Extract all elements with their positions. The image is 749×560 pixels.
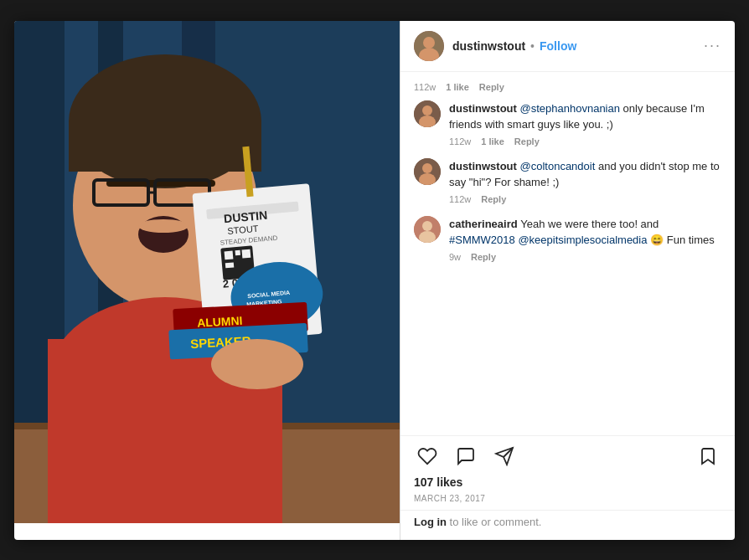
svg-rect-27: [225, 250, 234, 259]
comments-area: 112w 1 like Reply dustinwstout @stepha: [400, 72, 735, 435]
bookmark-button[interactable]: [695, 443, 721, 472]
comment-row: dustinwstout @stephanhovnanian only beca…: [414, 100, 721, 146]
comment-username: dustinwstout: [449, 102, 520, 115]
instagram-card: DUSTIN STOUT STEADY DEMAND 2 0 1 7 SOCIA…: [14, 21, 735, 540]
svg-point-49: [422, 163, 432, 173]
comment-meta: 112w 1 like Reply: [449, 136, 721, 146]
comment-time: 112w: [414, 82, 436, 92]
comment-text: dustinwstout @coltoncandoit and you didn…: [449, 158, 721, 191]
comment-mention: @keepitsimplesocialmedia: [518, 234, 647, 246]
comment-row: catherineaird Yeah we were there too! an…: [414, 216, 721, 262]
comment-time: 112w: [449, 136, 471, 146]
post-header: dustinwstout • Follow ···: [400, 21, 735, 72]
comment-mention: @stephanhovnanian: [520, 102, 620, 115]
comment-username: dustinwstout: [449, 160, 520, 172]
comment-avatar: [414, 216, 441, 243]
comment-likes: 1 like: [481, 136, 504, 146]
author-username: dustinwstout: [452, 39, 525, 53]
right-side: dustinwstout • Follow ··· 112w 1 like Re…: [400, 21, 735, 540]
more-options-button[interactable]: ···: [704, 37, 721, 54]
comment-time: 9w: [449, 252, 461, 262]
share-button[interactable]: [491, 443, 518, 472]
comment-avatar: [414, 158, 441, 185]
header-info: dustinwstout • Follow: [452, 39, 704, 53]
post-date: MARCH 23, 2017: [400, 492, 735, 510]
comment-row: dustinwstout @coltoncandoit and you didn…: [414, 158, 721, 204]
comment-hashtag: #SMMW2018: [449, 234, 515, 246]
comment-button[interactable]: [452, 443, 479, 472]
comment-body: dustinwstout @stephanhovnanian only beca…: [449, 100, 721, 146]
actions-row: [400, 436, 735, 475]
svg-rect-11: [69, 121, 261, 172]
log-in-suffix: to like or comment.: [447, 516, 541, 528]
comment-text: catherineaird Yeah we were there too! an…: [449, 216, 721, 249]
reply-button[interactable]: Reply: [514, 136, 540, 146]
reply-button[interactable]: Reply: [481, 194, 506, 204]
comment-likes: 1 like: [446, 82, 469, 92]
dot-separator: •: [530, 39, 535, 53]
post-author-avatar: [414, 31, 444, 61]
svg-point-41: [211, 339, 303, 389]
log-in-link[interactable]: Log in: [414, 516, 447, 528]
photo-side: DUSTIN STOUT STEADY DEMAND 2 0 1 7 SOCIA…: [14, 21, 400, 540]
comment-username: catherineaird: [449, 218, 520, 230]
svg-rect-28: [225, 262, 234, 268]
svg-rect-29: [235, 249, 241, 255]
svg-rect-30: [241, 249, 251, 258]
comment-body: dustinwstout @coltoncandoit and you didn…: [449, 158, 721, 204]
svg-point-46: [422, 105, 432, 116]
comment-meta: 9w Reply: [449, 252, 721, 262]
reply-button[interactable]: Reply: [479, 82, 504, 92]
comment-row: 112w 1 like Reply: [414, 82, 721, 92]
reply-button[interactable]: Reply: [471, 252, 496, 262]
comment-time: 112w: [449, 194, 471, 204]
comment-meta: 112w Reply: [449, 194, 721, 204]
likes-count: 107 likes: [400, 475, 735, 492]
comment-body: catherineaird Yeah we were there too! an…: [449, 216, 721, 262]
svg-point-52: [422, 221, 432, 231]
svg-point-17: [138, 219, 189, 233]
svg-point-43: [423, 37, 435, 49]
comment-text: dustinwstout @stephanhovnanian only beca…: [449, 100, 721, 133]
follow-button[interactable]: Follow: [540, 39, 576, 53]
comment-mention: @coltoncandoit: [520, 160, 596, 172]
like-button[interactable]: [414, 443, 441, 472]
comment-avatar: [414, 100, 441, 127]
log-in-row: Log in to like or comment.: [400, 510, 735, 540]
